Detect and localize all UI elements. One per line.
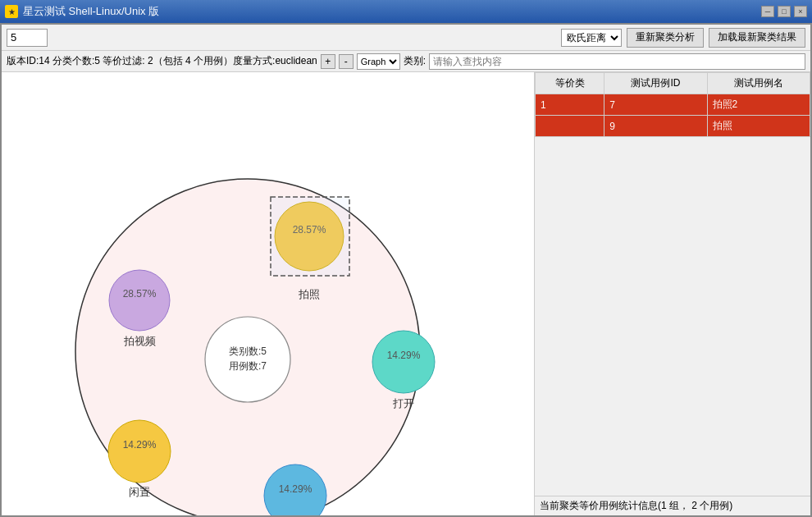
maximize-button[interactable]: □ <box>778 6 791 17</box>
status-text: 当前聚类等价用例统计信息(1 组， 2 个用例) <box>540 499 732 513</box>
category-label: 类别: <box>404 54 426 68</box>
node-idle-label: 闲置 <box>129 486 150 498</box>
graph-area: 类别数:5 用例数:7 28.57% 拍照 28.57% 拍视频 14.29% … <box>2 72 535 515</box>
main-window: 欧氏距离 重新聚类分析 加载最新聚类结果 版本ID:14 分类个数:5 等价过滤… <box>0 23 812 517</box>
view-mode-select[interactable]: Graph Table <box>357 53 400 70</box>
close-button[interactable]: × <box>794 6 807 17</box>
toolbar2: 版本ID:14 分类个数:5 等价过滤: 2（包括 4 个用例）度量方式:euc… <box>2 51 810 72</box>
col-header-id: 测试用例ID <box>604 73 707 94</box>
node-video-percent: 28.57% <box>123 288 157 300</box>
table-cell-id: 9 <box>604 116 707 137</box>
svg-rect-3 <box>271 197 349 276</box>
reload-button[interactable]: 加载最新聚类结果 <box>709 28 805 48</box>
reanalyze-button[interactable]: 重新聚类分析 <box>627 28 704 48</box>
titlebar-controls: ─ □ × <box>761 6 807 17</box>
right-panel: 等价类 测试用例ID 测试用例名 17拍照29拍照 当前聚类等价用例统计信息(1… <box>535 72 810 515</box>
svg-point-6 <box>108 420 171 483</box>
center-label1: 类别数:5 <box>229 345 267 357</box>
table-cell-id: 7 <box>604 94 707 116</box>
col-header-name: 测试用例名 <box>707 73 810 94</box>
titlebar-title: 星云测试 Shell-Linux/Unix 版 <box>23 4 761 19</box>
node-photo-label: 拍照 <box>298 288 320 300</box>
table-cell-group <box>536 116 604 137</box>
result-table: 等价类 测试用例ID 测试用例名 17拍照29拍照 <box>535 72 810 137</box>
node-idle-percent: 14.29% <box>123 439 157 451</box>
distance-select[interactable]: 欧氏距离 <box>561 29 622 47</box>
table-cell-name: 拍照 <box>707 116 810 137</box>
zoom-out-button[interactable]: - <box>339 54 354 69</box>
table-area: 等价类 测试用例ID 测试用例名 17拍照29拍照 <box>535 72 810 496</box>
svg-point-5 <box>372 331 435 393</box>
node-video-label: 拍视频 <box>123 335 156 347</box>
main-content: 类别数:5 用例数:7 28.57% 拍照 28.57% 拍视频 14.29% … <box>2 72 810 515</box>
table-cell-group: 1 <box>536 94 604 116</box>
status-bar: 当前聚类等价用例统计信息(1 组， 2 个用例) <box>535 496 810 515</box>
cluster-count-input[interactable] <box>7 29 48 47</box>
minimize-button[interactable]: ─ <box>761 6 774 17</box>
zoom-in-button[interactable]: + <box>321 54 335 69</box>
titlebar: ★ 星云测试 Shell-Linux/Unix 版 ─ □ × <box>0 0 812 23</box>
svg-point-1 <box>205 317 290 402</box>
toolbar1: 欧氏距离 重新聚类分析 加载最新聚类结果 <box>2 25 810 51</box>
svg-point-4 <box>109 270 170 331</box>
graph-svg: 类别数:5 用例数:7 28.57% 拍照 28.57% 拍视频 14.29% … <box>2 72 535 515</box>
node-random-percent: 14.29% <box>279 483 312 495</box>
category-search-input[interactable] <box>429 53 805 70</box>
app-icon: ★ <box>5 5 18 18</box>
node-open-percent: 14.29% <box>387 350 421 361</box>
col-header-group: 等价类 <box>536 73 604 94</box>
toolbar2-info: 版本ID:14 分类个数:5 等价过滤: 2（包括 4 个用例）度量方式:euc… <box>7 54 317 68</box>
node-open-label: 打开 <box>392 397 414 409</box>
center-label2: 用例数:7 <box>229 360 267 372</box>
table-cell-name: 拍照2 <box>707 94 810 116</box>
